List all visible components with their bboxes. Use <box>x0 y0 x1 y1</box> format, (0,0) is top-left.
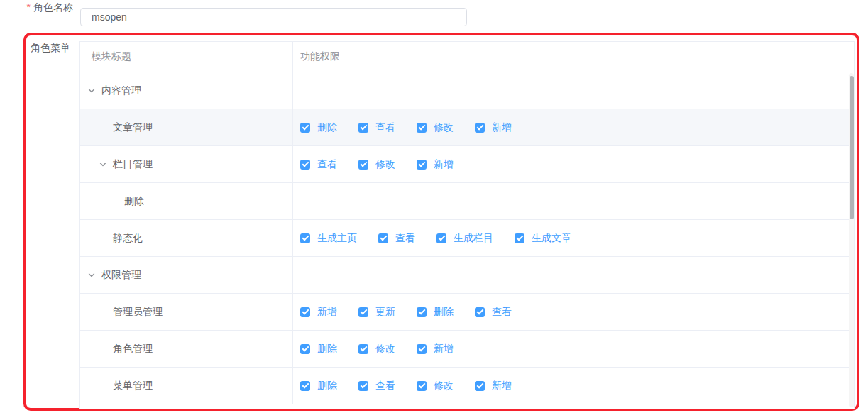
checkbox-checked-icon[interactable] <box>475 381 485 391</box>
module-title: 栏目管理 <box>113 158 153 171</box>
checkbox-checked-icon[interactable] <box>358 123 368 133</box>
module-title-cell: 栏目管理 <box>80 146 293 182</box>
module-title: 内容管理 <box>101 84 141 97</box>
checkbox-checked-icon[interactable] <box>417 381 427 391</box>
checkbox-checked-icon[interactable] <box>300 123 310 133</box>
checkbox-checked-icon[interactable] <box>417 344 427 354</box>
table-row: 菜单管理 删除查看修改新增 <box>80 368 854 404</box>
checkbox-checked-icon[interactable] <box>358 160 368 170</box>
checkbox-checked-icon[interactable] <box>300 344 310 354</box>
checkbox-checked-icon[interactable] <box>515 233 524 243</box>
permissions-cell: 生成主页查看生成栏目生成文章 <box>293 220 854 256</box>
table-row: 静态化 生成主页查看生成栏目生成文章 <box>80 220 854 257</box>
role-name-label: *角色名称 <box>0 0 73 14</box>
checkbox-checked-icon[interactable] <box>300 307 310 317</box>
permission-label: 新增 <box>492 121 512 134</box>
checkbox-checked-icon[interactable] <box>417 160 427 170</box>
permission-label: 新增 <box>317 306 337 319</box>
permission-checkbox-item[interactable]: 修改 <box>358 343 395 356</box>
expand-arrow-icon[interactable] <box>87 87 101 95</box>
required-asterisk: * <box>27 1 31 13</box>
permission-label: 修改 <box>434 121 454 134</box>
permissions-cell: 删除修改新增 <box>293 331 854 367</box>
module-title: 管理员管理 <box>113 306 163 319</box>
checkbox-checked-icon[interactable] <box>475 123 485 133</box>
table-row: 权限管理 <box>80 257 854 294</box>
permission-checkbox-item[interactable]: 查看 <box>358 121 395 134</box>
table-scrollbar-thumb[interactable] <box>850 76 854 219</box>
permission-label: 生成文章 <box>532 232 571 245</box>
checkbox-checked-icon[interactable] <box>358 307 368 317</box>
checkbox-checked-icon[interactable] <box>358 344 368 354</box>
checkbox-checked-icon[interactable] <box>300 160 310 170</box>
checkbox-checked-icon[interactable] <box>417 123 427 133</box>
permission-label: 新增 <box>492 380 512 392</box>
permission-label: 删除 <box>434 306 454 319</box>
permission-checkbox-item[interactable]: 生成主页 <box>300 232 357 245</box>
permission-label: 查看 <box>492 306 512 319</box>
expand-arrow-icon[interactable] <box>99 160 113 169</box>
permission-checkbox-item[interactable]: 修改 <box>358 158 395 171</box>
permission-checkbox-item[interactable]: 新增 <box>475 380 512 392</box>
module-title: 菜单管理 <box>113 380 153 392</box>
permission-checkbox-item[interactable]: 查看 <box>378 232 415 245</box>
permission-label: 查看 <box>375 121 395 134</box>
checkbox-checked-icon[interactable] <box>475 307 485 317</box>
permission-label: 删除 <box>317 380 337 392</box>
permission-checkbox-item[interactable]: 更新 <box>358 306 395 319</box>
permission-checkbox-item[interactable]: 生成文章 <box>515 232 571 245</box>
permission-label: 生成栏目 <box>454 232 493 245</box>
role-name-label-text: 角色名称 <box>33 1 73 13</box>
checkbox-checked-icon[interactable] <box>378 233 388 243</box>
permission-checkbox-item[interactable]: 删除 <box>300 343 337 356</box>
permission-label: 查看 <box>375 380 395 392</box>
permission-checkbox-item[interactable]: 新增 <box>417 343 454 356</box>
checkbox-checked-icon[interactable] <box>300 381 310 391</box>
permissions-cell <box>293 72 854 109</box>
permission-checkbox-item[interactable]: 修改 <box>417 121 454 134</box>
permission-checkbox-item[interactable]: 新增 <box>417 158 454 171</box>
permission-label: 修改 <box>375 158 395 171</box>
permission-label: 新增 <box>434 158 454 171</box>
permission-checkbox-item[interactable]: 查看 <box>358 380 395 392</box>
permissions-cell <box>293 257 854 293</box>
table-row: 文章管理 删除查看修改新增 <box>80 109 854 146</box>
table-body: 内容管理 文章管理 删除查看修改新增 栏目管理 查看修改新增 删除 静态化 生成… <box>80 72 854 404</box>
module-title: 文章管理 <box>113 121 153 134</box>
module-title-cell: 权限管理 <box>80 257 293 293</box>
checkbox-checked-icon[interactable] <box>358 381 368 391</box>
permission-checkbox-item[interactable]: 删除 <box>417 306 454 319</box>
permission-checkbox-item[interactable]: 修改 <box>417 380 454 392</box>
permission-label: 更新 <box>375 306 395 319</box>
permission-checkbox-item[interactable]: 生成栏目 <box>436 232 493 245</box>
permissions-cell: 删除查看修改新增 <box>293 109 854 145</box>
checkbox-checked-icon[interactable] <box>300 233 310 243</box>
table-row: 删除 <box>80 183 854 220</box>
column-header-permissions: 功能权限 <box>293 42 854 72</box>
permissions-cell <box>293 183 854 219</box>
module-title: 静态化 <box>113 232 143 245</box>
permission-label: 修改 <box>375 343 395 356</box>
checkbox-checked-icon[interactable] <box>417 307 427 317</box>
permission-checkbox-item[interactable]: 查看 <box>475 306 512 319</box>
permission-checkbox-item[interactable]: 删除 <box>300 121 337 134</box>
role-name-input[interactable] <box>80 8 467 26</box>
column-header-module-title: 模块标题 <box>80 42 293 72</box>
permission-checkbox-item[interactable]: 新增 <box>475 121 512 134</box>
module-title-cell: 内容管理 <box>80 72 293 109</box>
role-menu-label: 角色菜单 <box>31 40 70 55</box>
permission-label: 生成主页 <box>317 232 357 245</box>
permission-checkbox-item[interactable]: 删除 <box>300 380 337 392</box>
permission-checkbox-item[interactable]: 新增 <box>300 306 337 319</box>
expand-arrow-icon[interactable] <box>87 271 101 280</box>
permissions-cell: 查看修改新增 <box>293 146 854 182</box>
module-title-cell: 管理员管理 <box>80 294 293 330</box>
table-header-row: 模块标题 功能权限 <box>80 42 854 72</box>
permission-label: 新增 <box>434 343 454 356</box>
module-title-cell: 静态化 <box>80 220 293 256</box>
module-title-cell: 角色管理 <box>80 331 293 367</box>
table-row: 栏目管理 查看修改新增 <box>80 146 854 183</box>
permission-label: 修改 <box>434 380 454 392</box>
checkbox-checked-icon[interactable] <box>436 233 446 243</box>
permission-checkbox-item[interactable]: 查看 <box>300 158 337 171</box>
